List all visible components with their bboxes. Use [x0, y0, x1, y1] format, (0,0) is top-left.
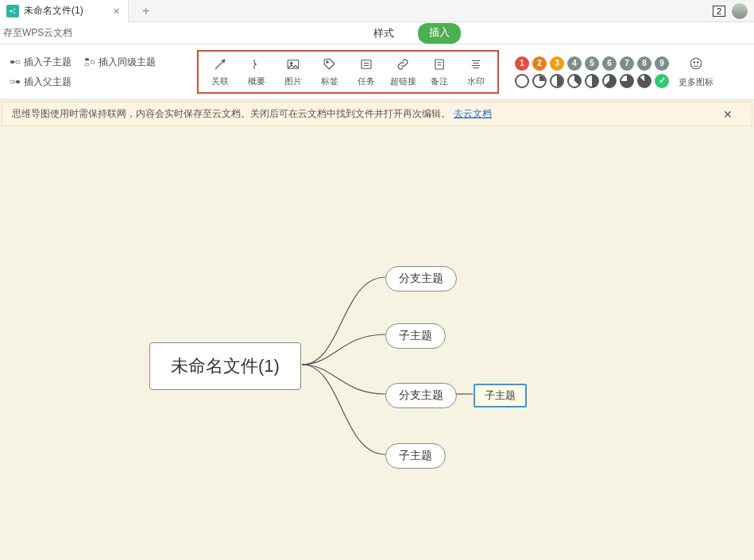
priority-9-marker[interactable]: 9 — [655, 56, 669, 71]
main-toolbar: 插入子主题 插入同级主题 插入父主题 关联 概要 图片 标签 — [0, 44, 754, 100]
avatar[interactable] — [732, 3, 748, 19]
priority-7-marker[interactable]: 7 — [620, 56, 634, 71]
subtoolbar: 存至WPS云文档 样式 插入 — [0, 22, 754, 44]
priority-1-marker[interactable]: 1 — [515, 56, 529, 71]
watermark-icon — [468, 56, 484, 72]
window-counter[interactable]: 2 — [713, 6, 725, 17]
parent-topic-icon — [10, 76, 21, 87]
tag-icon — [322, 56, 338, 72]
file-tab[interactable]: 未命名文件(1) × — [0, 0, 129, 22]
progress-12-marker[interactable] — [532, 74, 547, 88]
svg-point-1 — [14, 8, 16, 10]
tag-button[interactable]: 标签 — [316, 56, 343, 87]
mindmap-canvas[interactable]: 未命名文件(1) 分支主题 子主题 分支主题 子主题 子主题 — [0, 126, 754, 560]
branch-node-3[interactable]: 分支主题 — [385, 383, 457, 408]
progress-75-marker[interactable] — [620, 74, 634, 88]
svg-point-2 — [14, 12, 16, 14]
insert-child-topic-button[interactable]: 插入子主题 — [10, 56, 72, 69]
note-label: 备注 — [431, 75, 448, 87]
insert-parent-label: 插入父主题 — [24, 75, 72, 89]
notice-bar: 思维导图使用时需保持联网，内容会实时保存至云文档。关闭后可在云文档中找到文件并打… — [2, 102, 752, 126]
insert-child-label: 插入子主题 — [24, 56, 72, 69]
smiley-icon[interactable] — [689, 56, 703, 73]
add-tab-button[interactable]: + — [135, 0, 157, 22]
relation-button[interactable]: 关联 — [207, 56, 234, 87]
child-topic-icon — [10, 56, 21, 68]
hyperlink-label: 超链接 — [390, 75, 416, 87]
progress-62-marker[interactable] — [602, 74, 617, 88]
svg-point-13 — [291, 62, 292, 64]
svg-rect-3 — [10, 60, 14, 64]
priority-8-marker[interactable]: 8 — [637, 56, 652, 71]
svg-rect-8 — [91, 60, 95, 64]
relation-icon — [212, 56, 228, 72]
image-icon — [285, 56, 301, 72]
tag-label: 标签 — [321, 75, 338, 87]
svg-point-23 — [698, 61, 699, 63]
root-node[interactable]: 未命名文件(1) — [149, 342, 301, 390]
insert-tools-group: 关联 概要 图片 标签 任务 超链接 备注 水印 — [197, 50, 499, 94]
svg-rect-10 — [10, 80, 14, 83]
more-icons-group: 更多图标 — [679, 56, 713, 88]
svg-point-22 — [694, 61, 695, 63]
sibling-topic-icon — [84, 56, 95, 68]
svg-rect-4 — [16, 60, 20, 64]
progress-25-marker[interactable] — [550, 74, 564, 88]
task-label: 任务 — [358, 75, 375, 87]
branch-node-2[interactable]: 子主题 — [385, 323, 446, 349]
tabbar: 未命名文件(1) × + 2 — [0, 0, 754, 22]
svg-rect-18 — [435, 60, 444, 69]
connectors — [0, 126, 754, 560]
progress-37-marker[interactable] — [567, 74, 582, 88]
summary-label: 概要 — [248, 75, 265, 87]
svg-point-0 — [10, 10, 12, 12]
svg-rect-15 — [362, 60, 371, 69]
svg-point-14 — [327, 61, 328, 63]
image-label: 图片 — [284, 75, 302, 87]
svg-point-21 — [690, 58, 702, 69]
branch-node-4[interactable]: 子主题 — [385, 443, 446, 469]
notice-link[interactable]: 去云文档 — [454, 107, 492, 121]
hyperlink-button[interactable]: 超链接 — [389, 56, 416, 87]
leaf-node-selected[interactable]: 子主题 — [474, 384, 527, 407]
priority-4-marker[interactable]: 4 — [567, 56, 582, 71]
insert-sibling-label: 插入同级主题 — [99, 56, 156, 69]
tab-right: 2 — [713, 3, 754, 19]
image-button[interactable]: 图片 — [280, 56, 307, 87]
priority-2-marker[interactable]: 2 — [532, 56, 547, 71]
task-button[interactable]: 任务 — [353, 56, 380, 87]
mindmap-icon — [6, 5, 19, 17]
notice-close-icon[interactable]: ✕ — [713, 108, 742, 121]
branch-node-1[interactable]: 分支主题 — [385, 266, 457, 292]
watermark-button[interactable]: 水印 — [462, 56, 489, 87]
svg-rect-7 — [85, 64, 89, 66]
insert-parent-topic-button[interactable]: 插入父主题 — [10, 75, 156, 89]
topic-insert-group: 插入子主题 插入同级主题 插入父主题 — [0, 49, 165, 95]
summary-icon — [249, 56, 265, 72]
tab-close-icon[interactable]: × — [112, 6, 122, 16]
priority-5-marker[interactable]: 5 — [585, 56, 599, 71]
task-icon — [358, 56, 374, 72]
note-icon — [431, 56, 447, 72]
notice-text: 思维导图使用时需保持联网，内容会实时保存至云文档。关闭后可在云文档中找到文件并打… — [12, 107, 450, 121]
svg-rect-9 — [16, 80, 20, 83]
insert-sibling-topic-button[interactable]: 插入同级主题 — [84, 56, 156, 69]
progress-50-marker[interactable] — [585, 74, 599, 88]
progress-0-marker[interactable] — [515, 74, 529, 88]
relation-label: 关联 — [211, 75, 229, 87]
cloud-save-label: 存至WPS云文档 — [0, 26, 72, 40]
svg-rect-6 — [85, 58, 89, 60]
watermark-label: 水印 — [467, 75, 485, 87]
note-button[interactable]: 备注 — [426, 56, 453, 87]
progress-87-marker[interactable] — [637, 74, 652, 88]
tab-title: 未命名文件(1) — [24, 4, 83, 17]
progress-done-marker[interactable] — [655, 74, 669, 88]
more-icons-button[interactable]: 更多图标 — [679, 76, 713, 88]
link-icon — [395, 56, 411, 72]
tab-insert[interactable]: 插入 — [418, 23, 461, 44]
tab-style[interactable]: 样式 — [365, 23, 402, 44]
summary-button[interactable]: 概要 — [243, 56, 270, 87]
priority-3-marker[interactable]: 3 — [550, 56, 564, 71]
marker-group: 1 2 3 4 5 6 7 8 9 — [515, 56, 669, 88]
priority-6-marker[interactable]: 6 — [602, 56, 617, 71]
